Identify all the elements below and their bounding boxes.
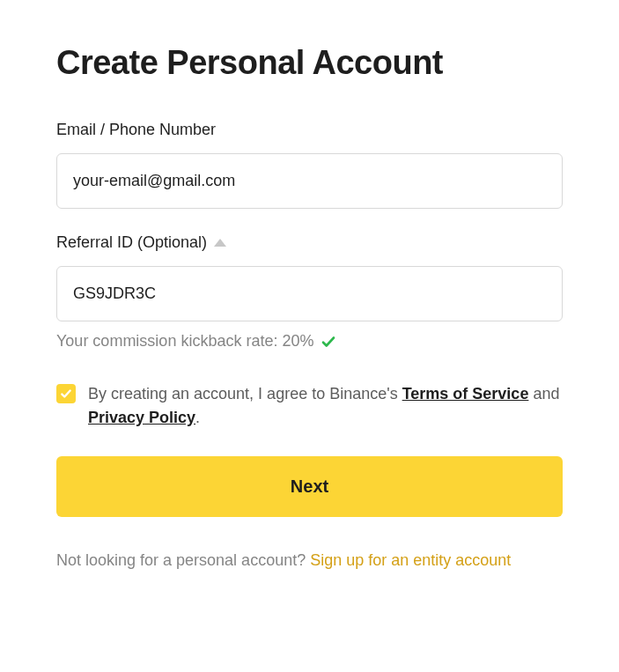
privacy-link[interactable]: Privacy Policy — [88, 409, 195, 426]
referral-label: Referral ID (Optional) — [56, 233, 207, 252]
next-button[interactable]: Next — [56, 456, 563, 517]
email-label: Email / Phone Number — [56, 121, 563, 139]
page-title: Create Personal Account — [56, 44, 563, 82]
referral-group: Referral ID (Optional) Your commission k… — [56, 233, 563, 351]
kickback-row: Your commission kickback rate: 20% — [56, 332, 563, 351]
referral-input[interactable] — [56, 266, 563, 321]
agreement-prefix: By creating an account, I agree to Binan… — [88, 385, 402, 402]
agreement-row: By creating an account, I agree to Binan… — [56, 382, 563, 430]
terms-link[interactable]: Terms of Service — [402, 385, 529, 402]
collapse-icon — [214, 239, 226, 247]
referral-label-row[interactable]: Referral ID (Optional) — [56, 233, 563, 252]
email-group: Email / Phone Number — [56, 121, 563, 209]
kickback-text: Your commission kickback rate: 20% — [56, 332, 313, 351]
checkmark-icon — [321, 334, 336, 350]
agreement-suffix: . — [195, 409, 200, 426]
email-input[interactable] — [56, 153, 563, 209]
entity-signup-link[interactable]: Sign up for an entity account — [310, 551, 511, 569]
agreement-text: By creating an account, I agree to Binan… — [88, 382, 563, 430]
agreement-middle: and — [528, 385, 559, 402]
footer-text: Not looking for a personal account? Sign… — [56, 549, 563, 572]
agreement-checkbox[interactable] — [56, 384, 76, 403]
footer-prefix: Not looking for a personal account? — [56, 551, 310, 569]
